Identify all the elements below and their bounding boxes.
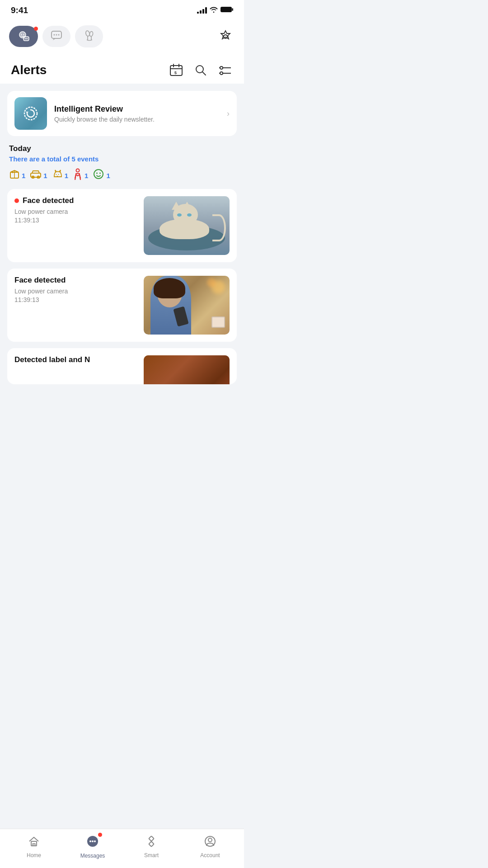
page-title: Alerts [11, 63, 47, 77]
alert-image-partial [144, 355, 230, 384]
alert-info-1: Face detected Low power camera 11:39:13 [14, 196, 137, 224]
review-title: Intelligent Review [54, 104, 220, 114]
svg-point-10 [54, 34, 55, 36]
review-chevron-icon: › [227, 109, 230, 118]
alert-notification-dot [34, 27, 38, 31]
event-count-person: 1 [84, 172, 88, 179]
celebrate-filter-icon [83, 30, 95, 43]
main-content: Intelligent Review Quickly browse the da… [0, 84, 244, 392]
svg-point-32 [24, 107, 37, 120]
svg-point-4 [23, 34, 24, 35]
svg-point-11 [56, 34, 57, 36]
today-label: Today [9, 144, 235, 153]
svg-point-15 [89, 31, 94, 37]
event-icon-package: 1 [9, 169, 25, 182]
alert-image-cat [144, 196, 230, 255]
svg-point-7 [26, 38, 27, 39]
signal-icon [197, 7, 207, 14]
today-events-text: There are a total of 5 events [9, 155, 235, 163]
alert-filter-icon [17, 30, 30, 42]
settings-button[interactable] [216, 27, 235, 46]
svg-point-41 [58, 174, 59, 175]
alert-title-row-2: Face detected [14, 276, 137, 285]
svg-point-3 [21, 34, 22, 35]
svg-point-8 [27, 38, 28, 39]
event-icon-person: 1 [73, 168, 88, 183]
alert-info-2: Face detected Low power camera 11:39:13 [14, 276, 137, 303]
svg-point-42 [76, 169, 80, 172]
filter-list-button[interactable] [217, 62, 233, 78]
alert-image-woman [144, 276, 230, 335]
header-actions: 5 [168, 62, 233, 78]
svg-point-27 [220, 72, 223, 75]
svg-text:5: 5 [174, 71, 177, 75]
event-icon-cat: 1 [52, 169, 68, 182]
svg-marker-33 [26, 112, 28, 113]
partial-title-3: Detected label and N [14, 355, 137, 364]
status-icons [197, 6, 233, 14]
review-card[interactable]: Intelligent Review Quickly browse the da… [7, 91, 237, 136]
status-time: 9:41 [11, 5, 28, 15]
svg-rect-0 [221, 7, 232, 12]
chat-filter-icon [51, 30, 62, 42]
alert-card-1[interactable]: Face detected Low power camera 11:39:13 [7, 189, 237, 262]
battery-icon [221, 6, 233, 14]
alert-title-row-1: Face detected [14, 196, 137, 205]
alert-camera-1: Low power camera [14, 208, 137, 215]
filter-pill-chat[interactable] [42, 26, 70, 47]
review-thumbnail [14, 97, 47, 130]
event-count-cat: 1 [65, 172, 68, 179]
partial-info-3: Detected label and N [14, 355, 137, 364]
event-icons-row: 1 1 [9, 168, 235, 183]
wifi-icon [210, 6, 218, 14]
alert-card-3[interactable]: Detected label and N [7, 348, 237, 384]
svg-line-25 [202, 72, 206, 75]
svg-point-46 [99, 173, 101, 174]
alert-title-1: Face detected [23, 196, 74, 205]
alert-time-2: 11:39:13 [14, 296, 137, 303]
alert-card-2[interactable]: Face detected Low power camera 11:39:13 [7, 269, 237, 342]
svg-point-12 [58, 34, 60, 36]
review-info: Intelligent Review Quickly browse the da… [54, 104, 220, 123]
event-count-car: 1 [43, 172, 47, 179]
alert-title-2: Face detected [14, 276, 66, 285]
svg-point-6 [25, 38, 26, 39]
filter-pill-alerts[interactable] [9, 26, 38, 47]
filter-bar [0, 19, 244, 54]
svg-point-40 [56, 174, 56, 175]
filter-pill-celebrate[interactable] [75, 25, 103, 47]
today-section: Today There are a total of 5 events 1 [7, 142, 237, 183]
event-count-package: 1 [22, 172, 25, 179]
alert-dot-red [14, 198, 19, 203]
svg-point-26 [220, 66, 223, 69]
calendar-button[interactable]: 5 [168, 62, 184, 78]
status-bar: 9:41 [0, 0, 244, 19]
alert-time-1: 11:39:13 [14, 217, 137, 224]
page-header: Alerts 5 [0, 54, 244, 84]
search-button[interactable] [192, 62, 209, 78]
svg-rect-1 [232, 8, 234, 11]
event-icon-car: 1 [30, 170, 47, 181]
event-icon-face: 1 [93, 168, 110, 183]
alert-camera-2: Low power camera [14, 288, 137, 295]
review-subtitle: Quickly browse the daily newsletter. [54, 116, 220, 123]
svg-point-44 [94, 170, 103, 179]
svg-point-45 [96, 173, 98, 174]
event-count-face: 1 [106, 172, 110, 179]
